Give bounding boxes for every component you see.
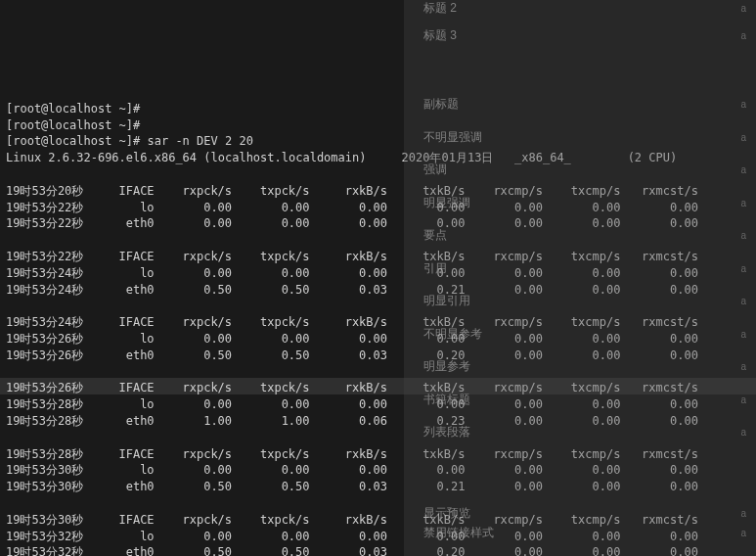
system-info-line: Linux 2.6.32-696.el6.x86_64 (localhost.l… xyxy=(6,150,750,166)
table-row: 19时53分26秒 eth0 0.50 0.50 0.03 0.20 0.00 … xyxy=(6,348,750,364)
table-row: 19时53分24秒 lo 0.00 0.00 0.00 0.00 0.00 0.… xyxy=(6,265,750,282)
style-option[interactable]: 标题 2 xyxy=(423,0,457,17)
table-row: 19时53分28秒 lo 0.00 0.00 0.00 0.00 0.00 0.… xyxy=(6,396,750,413)
command-line[interactable]: [root@localhost ~]# sar -n DEV 2 20 xyxy=(6,133,750,150)
table-header: 19时53分22秒 IFACE rxpck/s txpck/s rxkB/s t… xyxy=(6,249,750,265)
table-header: 19时53分26秒 IFACE rxpck/s txpck/s rxkB/s t… xyxy=(6,380,750,396)
table-row: 19时53分24秒 eth0 0.50 0.50 0.03 0.21 0.00 … xyxy=(6,282,750,299)
prompt-line[interactable]: [root@localhost ~]# xyxy=(6,101,750,117)
terminal-output[interactable]: [root@localhost ~]#[root@localhost ~]#[r… xyxy=(6,101,750,556)
table-header: 19时53分30秒 IFACE rxpck/s txpck/s rxkB/s t… xyxy=(6,512,750,529)
table-header: 19时53分24秒 IFACE rxpck/s txpck/s rxkB/s t… xyxy=(6,314,750,331)
style-option[interactable]: 标题 3 xyxy=(423,27,457,44)
prompt-line[interactable]: [root@localhost ~]# xyxy=(6,117,750,134)
table-row: 19时53分32秒 eth0 0.50 0.50 0.03 0.20 0.00 … xyxy=(6,544,750,556)
style-option-suffix: a xyxy=(740,2,746,16)
table-row: 19时53分22秒 lo 0.00 0.00 0.00 0.00 0.00 0.… xyxy=(6,200,750,216)
table-header: 19时53分20秒 IFACE rxpck/s txpck/s rxkB/s t… xyxy=(6,183,750,200)
table-row: 19时53分26秒 lo 0.00 0.00 0.00 0.00 0.00 0.… xyxy=(6,331,750,348)
style-option-suffix: a xyxy=(740,29,746,43)
table-row: 19时53分32秒 lo 0.00 0.00 0.00 0.00 0.00 0.… xyxy=(6,529,750,545)
table-header: 19时53分28秒 IFACE rxpck/s txpck/s rxkB/s t… xyxy=(6,446,750,463)
table-row: 19时53分22秒 eth0 0.00 0.00 0.00 0.00 0.00 … xyxy=(6,215,750,232)
table-row: 19时53分28秒 eth0 1.00 1.00 0.06 0.23 0.00 … xyxy=(6,413,750,430)
table-row: 19时53分30秒 eth0 0.50 0.50 0.03 0.21 0.00 … xyxy=(6,479,750,495)
table-row: 19时53分30秒 lo 0.00 0.00 0.00 0.00 0.00 0.… xyxy=(6,462,750,479)
